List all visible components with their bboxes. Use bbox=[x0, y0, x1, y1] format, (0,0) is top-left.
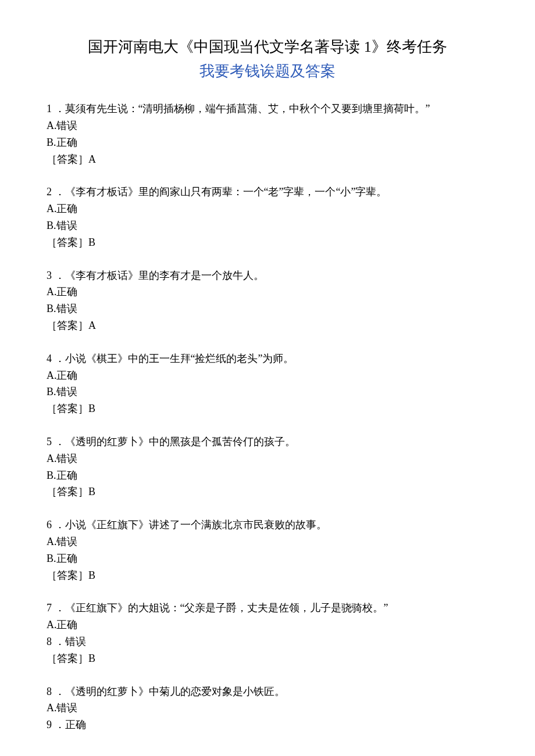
answer: ［答案］B bbox=[47, 403, 95, 414]
question-block: 3 ．《李有才板话》里的李有才是一个放牛人。 A.正确 B.错误 ［答案］A bbox=[47, 267, 488, 334]
question-text: 2 ．《李有才板话》里的阎家山只有两辈：一个“老”字辈，一个“小”字辈。 bbox=[47, 184, 488, 200]
option-b: B.错误 bbox=[47, 217, 488, 234]
question-text: 3 ．《李有才板话》里的李有才是一个放牛人。 bbox=[47, 267, 488, 284]
option-a: A.错误 bbox=[47, 117, 488, 134]
option-a: A.错误 bbox=[47, 533, 488, 550]
title-line-1: 国开河南电大《中国现当代文学名著导读 1》终考任务 bbox=[47, 35, 488, 59]
question-text: 7 ．《正红旗下》的大姐说：“父亲是子爵，丈夫是佐领，儿子是骁骑校。” bbox=[47, 600, 488, 617]
question-block: 8 ．《透明的红萝卜》中菊儿的恋爱对象是小铁匠。 A.错误 9 ．正确 bbox=[47, 683, 488, 733]
option-a: A.正确 bbox=[47, 200, 488, 217]
option-b: B.正确 bbox=[47, 467, 488, 484]
option-a: A.正确 bbox=[47, 284, 488, 300]
question-block: 5 ．《透明的红萝卜》中的黑孩是个孤苦伶仃的孩子。 A.错误 B.正确 ［答案］… bbox=[47, 433, 488, 500]
option-b: 9 ．正确 bbox=[47, 716, 488, 733]
answer: ［答案］B bbox=[47, 569, 95, 581]
question-block: 7 ．《正红旗下》的大姐说：“父亲是子爵，丈夫是佐领，儿子是骁骑校。” A.正确… bbox=[47, 600, 488, 667]
option-a: A.错误 bbox=[47, 700, 488, 716]
question-block: 6 ．小说《正红旗下》讲述了一个满族北京市民衰败的故事。 A.错误 B.正确 ［… bbox=[47, 517, 488, 583]
question-text: 1 ．莫须有先生说：“清明插杨柳，端午插菖蒲、艾，中秋个个又要到塘里摘荷叶。” bbox=[47, 101, 488, 117]
option-b: B.错误 bbox=[47, 300, 488, 317]
question-text: 5 ．《透明的红萝卜》中的黑孩是个孤苦伶仃的孩子。 bbox=[47, 433, 488, 450]
answer: ［答案］B bbox=[47, 486, 95, 497]
option-b: 8 ．错误 bbox=[47, 633, 488, 650]
answer: ［答案］B bbox=[47, 653, 95, 664]
option-a: A.正确 bbox=[47, 367, 488, 384]
option-b: B.正确 bbox=[47, 550, 488, 567]
question-text: 4 ．小说《棋王》中的王一生拜“捡烂纸的老头”为师。 bbox=[47, 350, 488, 367]
answer: ［答案］A bbox=[47, 320, 96, 331]
option-a: A.正确 bbox=[47, 617, 488, 633]
option-b: B.正确 bbox=[47, 134, 488, 151]
question-text: 8 ．《透明的红萝卜》中菊儿的恋爱对象是小铁匠。 bbox=[47, 683, 488, 700]
question-block: 2 ．《李有才板话》里的阎家山只有两辈：一个“老”字辈，一个“小”字辈。 A.正… bbox=[47, 184, 488, 250]
option-a: A.错误 bbox=[47, 450, 488, 467]
answer: ［答案］B bbox=[47, 237, 95, 248]
question-block: 1 ．莫须有先生说：“清明插杨柳，端午插菖蒲、艾，中秋个个又要到塘里摘荷叶。” … bbox=[47, 101, 488, 167]
option-b: B.错误 bbox=[47, 384, 488, 400]
question-block: 4 ．小说《棋王》中的王一生拜“捡烂纸的老头”为师。 A.正确 B.错误 ［答案… bbox=[47, 350, 488, 417]
question-text: 6 ．小说《正红旗下》讲述了一个满族北京市民衰败的故事。 bbox=[47, 517, 488, 533]
answer: ［答案］A bbox=[47, 153, 96, 165]
title-line-2: 我要考钱诶题及答案 bbox=[47, 59, 488, 84]
document-title: 国开河南电大《中国现当代文学名著导读 1》终考任务 我要考钱诶题及答案 bbox=[47, 35, 488, 83]
